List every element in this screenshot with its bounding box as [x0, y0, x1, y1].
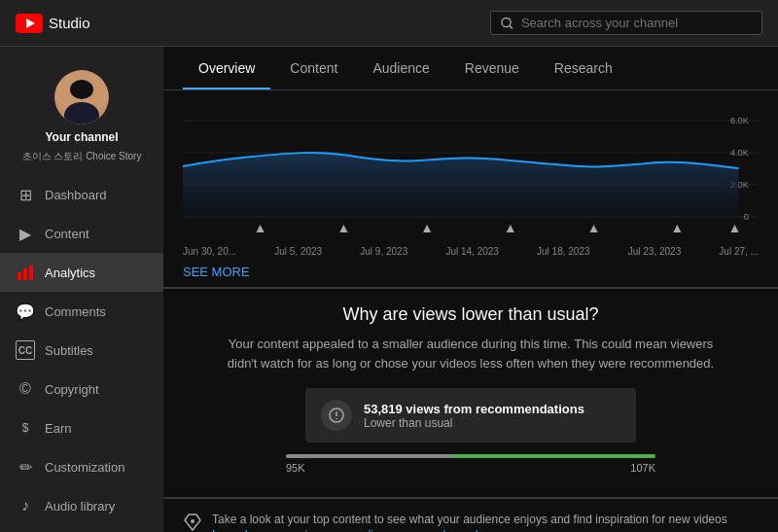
metric-value: 53,819 views from recommendations: [364, 402, 584, 416]
chart-container: 6.0K 4.0K 2.0K 0: [183, 106, 759, 242]
insight-title: Why are views lower than usual?: [183, 304, 759, 325]
dashboard-icon: ⊞: [16, 185, 35, 204]
svg-marker-15: [257, 225, 265, 232]
topbar: Studio: [0, 0, 778, 47]
sidebar-item-audio-library[interactable]: ♪ Audio library: [0, 486, 163, 525]
views-chart: 6.0K 4.0K 2.0K 0: [183, 106, 759, 242]
main-content: Overview Content Audience Revenue Resear…: [163, 47, 778, 532]
progress-fill-green: [452, 454, 655, 458]
channel-name: Your channel: [45, 130, 118, 144]
svg-marker-21: [730, 225, 738, 232]
video-marker: [257, 225, 739, 232]
progress-left-label: 95K: [286, 462, 305, 474]
svg-rect-6: [29, 266, 33, 280]
chart-label: Jun 30, 20...: [183, 246, 236, 257]
tip-icon: [183, 513, 202, 532]
sidebar-item-comments[interactable]: 💬 Comments: [0, 292, 163, 331]
sidebar-item-label: Dashboard: [45, 188, 107, 202]
progress-fill-gray: [286, 454, 452, 458]
chart-label: Jul 18, 2023: [537, 246, 590, 257]
svg-rect-4: [18, 272, 21, 280]
sidebar-item-content[interactable]: ▶ Content: [0, 214, 163, 253]
sidebar-item-label: Content: [45, 227, 89, 241]
content-icon: ▶: [16, 224, 35, 243]
chart-label: Jul 27, ...: [719, 246, 759, 257]
analytics-tabs: Overview Content Audience Revenue Resear…: [163, 47, 778, 90]
analytics-icon: [16, 263, 35, 282]
search-input[interactable]: [521, 16, 752, 30]
progress-area: 95K 107K: [286, 454, 655, 474]
metric-info: 53,819 views from recommendations Lower …: [364, 402, 584, 430]
sidebar-item-label: Audio library: [45, 499, 115, 514]
body-area: Your channel 초이스 스토리 Choice Story ⊞ Dash…: [0, 47, 778, 532]
progress-bar: [286, 454, 655, 458]
comments-icon: 💬: [16, 301, 35, 321]
customization-icon: ✏: [16, 457, 35, 477]
sidebar-item-label: Comments: [45, 304, 106, 319]
sidebar: Your channel 초이스 스토리 Choice Story ⊞ Dash…: [0, 47, 163, 532]
chart-label: Jul 9, 2023: [360, 246, 407, 257]
svg-marker-20: [673, 225, 681, 232]
metric-icon: [321, 400, 352, 431]
sidebar-item-label: Earn: [45, 421, 71, 436]
tip-row: Take a look at your top content to see w…: [163, 498, 778, 532]
chart-label: Jul 5, 2023: [274, 246, 322, 257]
svg-text:0: 0: [744, 212, 749, 222]
svg-marker-19: [589, 225, 597, 232]
search-icon: [501, 17, 513, 30]
sidebar-item-label: Customization: [45, 460, 124, 475]
sidebar-item-copyright[interactable]: © Copyright: [0, 370, 163, 408]
audio-library-icon: ♪: [16, 496, 35, 515]
svg-line-3: [510, 25, 513, 28]
svg-text:4.0K: 4.0K: [730, 148, 749, 158]
chart-area: 6.0K 4.0K 2.0K 0: [163, 90, 778, 287]
chart-x-labels: Jun 30, 20... Jul 5, 2023 Jul 9, 2023 Ju…: [183, 242, 759, 257]
channel-sub: 초이스 스토리 Choice Story: [22, 150, 142, 163]
svg-rect-5: [23, 268, 27, 280]
sidebar-item-earn[interactable]: $ Earn: [0, 408, 163, 447]
tab-overview[interactable]: Overview: [183, 47, 270, 89]
progress-numbers: 95K 107K: [286, 462, 655, 474]
tab-revenue[interactable]: Revenue: [449, 47, 535, 89]
subtitles-icon: CC: [16, 340, 35, 360]
metric-card: 53,819 views from recommendations Lower …: [305, 388, 636, 443]
sidebar-item-analytics[interactable]: Analytics: [0, 253, 163, 292]
sidebar-item-customization[interactable]: ✏ Customization: [0, 447, 163, 486]
tab-content[interactable]: Content: [274, 47, 353, 89]
see-more-button[interactable]: SEE MORE: [183, 257, 250, 279]
svg-marker-17: [423, 225, 431, 232]
chart-label: Jul 14, 2023: [445, 246, 499, 257]
sidebar-item-subtitles[interactable]: CC Subtitles: [0, 331, 163, 370]
svg-marker-18: [507, 225, 514, 232]
youtube-icon: [16, 14, 43, 33]
logo-area: Studio: [16, 14, 90, 33]
svg-marker-16: [339, 225, 347, 232]
studio-logo-text: Studio: [49, 15, 90, 31]
tip-content: Take a look at your top content to see w…: [212, 511, 727, 532]
tab-audience[interactable]: Audience: [357, 47, 444, 89]
tab-research[interactable]: Research: [539, 47, 628, 89]
svg-point-25: [191, 519, 194, 523]
channel-info: Your channel 초이스 스토리 Choice Story: [0, 54, 163, 175]
svg-text:6.0K: 6.0K: [730, 116, 749, 125]
copyright-icon: ©: [16, 379, 35, 399]
avatar: [54, 70, 109, 124]
metric-label: Lower than usual: [364, 416, 584, 430]
tip-link[interactable]: Learn how more viewers can discover your…: [212, 528, 727, 532]
tip-text: Take a look at your top content to see w…: [212, 511, 727, 528]
svg-point-2: [502, 18, 511, 26]
progress-right-label: 107K: [630, 462, 655, 474]
chart-label: Jul 23, 2023: [628, 246, 682, 257]
sidebar-item-label: Subtitles: [45, 343, 93, 358]
insight-section: Why are views lower than usual? Your con…: [163, 288, 778, 497]
earn-icon: $: [16, 418, 35, 438]
sidebar-item-dashboard[interactable]: ⊞ Dashboard: [0, 175, 163, 214]
svg-point-24: [336, 418, 337, 420]
sidebar-item-label: Copyright: [45, 382, 99, 397]
sidebar-item-label: Analytics: [45, 266, 95, 280]
search-bar[interactable]: [490, 11, 762, 35]
insight-description: Your content appealed to a smaller audie…: [218, 335, 724, 372]
